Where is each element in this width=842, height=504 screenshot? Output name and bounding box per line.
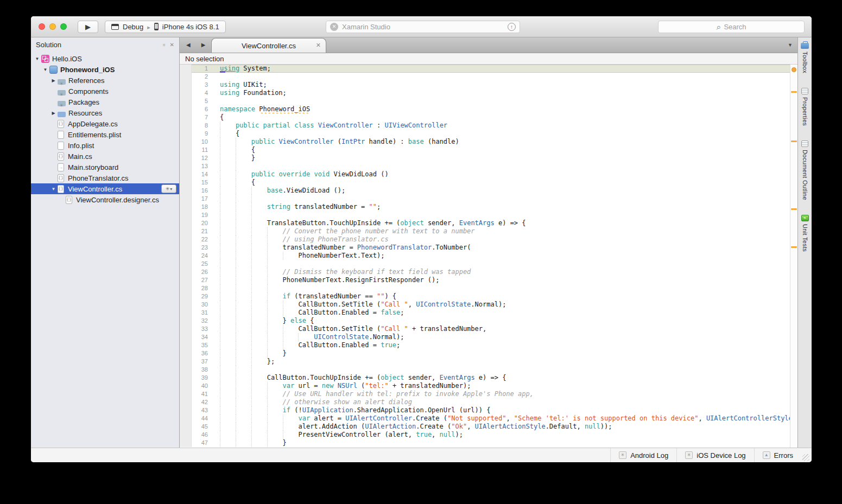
close-pad-icon[interactable] [170, 42, 174, 48]
expander-open-icon[interactable]: ▼ [50, 187, 56, 192]
breakpoint-margin[interactable] [180, 414, 192, 423]
search-input[interactable]: Search [658, 21, 805, 33]
run-button[interactable] [78, 21, 98, 33]
breakpoint-margin[interactable] [180, 358, 192, 366]
tree-item-resources[interactable]: ▶Resources [31, 107, 179, 118]
breakpoint-margin[interactable] [180, 73, 192, 81]
tree-item-viewcontroller-designer-cs[interactable]: ViewController.designer.cs [31, 194, 179, 205]
breakpoint-margin[interactable] [180, 423, 192, 431]
breakpoint-margin[interactable] [180, 203, 192, 211]
tree-item-viewcontroller-cs[interactable]: ▼ViewController.cs [31, 183, 179, 194]
breakpoint-margin[interactable] [180, 382, 192, 390]
zoom-window-button[interactable] [60, 23, 67, 30]
breakpoint-margin[interactable] [180, 89, 192, 97]
breakpoint-margin[interactable] [180, 154, 192, 162]
expander-open-icon[interactable]: ▼ [42, 67, 48, 72]
breakpoint-margin[interactable] [180, 146, 192, 154]
breakpoint-margin[interactable] [180, 227, 192, 235]
pad-tab-properties[interactable]: Properties [801, 88, 808, 126]
statusbar-errors[interactable]: Errors [754, 448, 801, 462]
expander-closed-icon[interactable]: ▶ [50, 111, 56, 116]
resize-grip[interactable] [802, 454, 809, 461]
breakpoint-margin[interactable] [180, 398, 192, 406]
updates-icon[interactable] [508, 23, 516, 31]
tree-item-main-cs[interactable]: Main.cs [31, 151, 179, 162]
breakpoint-margin[interactable] [180, 178, 192, 187]
breakpoint-margin[interactable] [180, 317, 192, 325]
breakpoint-margin[interactable] [180, 252, 192, 260]
tab-viewcontroller[interactable]: ViewController.cs [211, 38, 326, 53]
breakpoint-margin[interactable] [180, 325, 192, 333]
warning-tick[interactable] [791, 246, 797, 248]
breakpoint-margin[interactable] [180, 122, 192, 130]
tab-list-dropdown-icon[interactable] [788, 42, 793, 48]
breakpoint-margin[interactable] [180, 309, 192, 317]
breakpoint-margin[interactable] [180, 260, 192, 268]
dock-pad-icon[interactable] [163, 41, 166, 49]
statusbar-ios-device-log[interactable]: iOS Device Log [676, 448, 754, 462]
breakpoint-margin[interactable] [180, 341, 192, 349]
tree-item-main-storyboard[interactable]: Main.storyboard [31, 162, 179, 173]
breakpoint-margin[interactable] [180, 97, 192, 105]
warning-tick[interactable] [791, 208, 797, 210]
overview-ruler[interactable] [790, 65, 797, 448]
tree-item-entitlements-plist[interactable]: Entitlements.plist [31, 129, 179, 140]
close-window-button[interactable] [39, 23, 45, 30]
warning-tick[interactable] [791, 91, 797, 93]
breakpoint-margin[interactable] [180, 276, 192, 284]
breakpoint-margin[interactable] [180, 235, 192, 244]
breakpoint-margin[interactable] [180, 374, 192, 382]
tree-item-info-plist[interactable]: Info.plist [31, 140, 179, 151]
breakpoint-margin[interactable] [180, 170, 192, 178]
tree-item-phoneword-ios[interactable]: ▼Phoneword_iOS [31, 64, 179, 75]
expander-closed-icon[interactable]: ▶ [50, 78, 56, 83]
breakpoint-margin[interactable] [180, 138, 192, 146]
breakpoint-margin[interactable] [180, 431, 192, 439]
navigate-back-button[interactable] [186, 42, 191, 48]
breakpoint-margin[interactable] [180, 439, 192, 447]
breakpoint-margin[interactable] [180, 301, 192, 309]
breakpoint-margin[interactable] [180, 406, 192, 414]
warning-tick[interactable] [791, 141, 797, 142]
tree-item-hello-ios[interactable]: ▼Hello.iOS [31, 53, 179, 64]
breakpoint-margin[interactable] [180, 195, 192, 203]
breakpoint-margin[interactable] [180, 333, 192, 341]
tree-item-components[interactable]: Components [31, 86, 179, 97]
tree-item-packages[interactable]: Packages [31, 97, 179, 107]
code-text: public override void ViewDidLoad () [220, 170, 790, 178]
breakpoint-margin[interactable] [180, 211, 192, 219]
minimize-window-button[interactable] [49, 23, 56, 30]
line-number: 16 [192, 187, 212, 195]
code-editor[interactable]: 1using System;23using UIKit;4using Found… [180, 65, 797, 448]
close-tab-icon[interactable] [316, 42, 321, 49]
breakpoint-margin[interactable] [180, 162, 192, 170]
breakpoint-margin[interactable] [180, 187, 192, 195]
breakpoint-margin[interactable] [180, 244, 192, 252]
breakpoint-margin[interactable] [180, 130, 192, 138]
breakpoint-margin[interactable] [180, 219, 192, 227]
breakpoint-margin[interactable] [180, 284, 192, 292]
breakpoint-margin[interactable] [180, 113, 192, 122]
breakpoint-margin[interactable] [180, 292, 192, 301]
breakpoint-margin[interactable] [180, 81, 192, 89]
tree-item-phonetranslator-cs[interactable]: PhoneTranslator.cs [31, 173, 179, 183]
tree-item-label: PhoneTranslator.cs [68, 174, 129, 182]
breakpoint-margin[interactable] [180, 349, 192, 358]
tree-item-references[interactable]: ▶References [31, 75, 179, 86]
tree-item-appdelegate-cs[interactable]: AppDelegate.cs [31, 118, 179, 129]
pad-tab-toolbox[interactable]: Toolbox [801, 41, 809, 73]
breakpoint-margin[interactable] [180, 105, 192, 113]
statusbar-android-log[interactable]: Android Log [610, 448, 676, 462]
build-target-selector[interactable]: Debug iPhone 4s iOS 8.1 [105, 21, 226, 33]
breakpoint-margin[interactable] [180, 390, 192, 398]
breakpoint-margin[interactable] [180, 366, 192, 374]
breakpoint-margin[interactable] [180, 268, 192, 276]
pad-tab-document-outline[interactable]: Document Outline [801, 141, 808, 200]
quick-task-status-icon[interactable] [792, 67, 796, 72]
expander-open-icon[interactable]: ▼ [34, 56, 40, 61]
device-label: iPhone 4s iOS 8.1 [162, 23, 219, 31]
breakpoint-margin[interactable] [180, 65, 192, 73]
pad-tab-unit-tests[interactable]: Unit Tests [801, 215, 809, 252]
navigate-forward-button[interactable] [201, 42, 206, 48]
item-context-menu-button[interactable] [161, 184, 176, 193]
